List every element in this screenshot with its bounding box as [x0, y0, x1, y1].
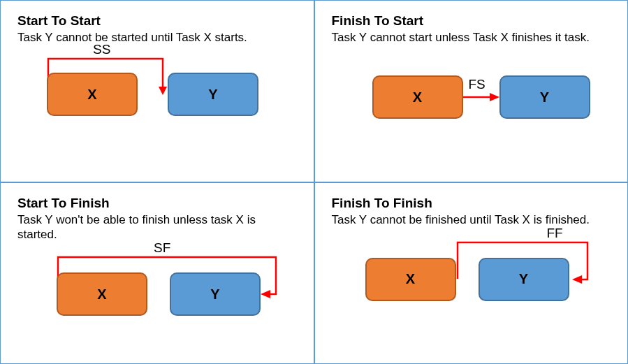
- task-x-label: X: [97, 286, 106, 303]
- task-x-box: X: [57, 272, 147, 316]
- panel-title: Start To Finish: [17, 196, 297, 211]
- svg-marker-0: [159, 87, 167, 95]
- task-x-box: X: [365, 258, 456, 301]
- panel-desc: Task Y cannot be finished until Task X i…: [332, 212, 611, 227]
- task-x-box: X: [47, 73, 138, 116]
- panel-desc: Task Y cannot start unless Task X finish…: [332, 30, 611, 45]
- diagram-fs: X Y FS: [332, 53, 611, 151]
- panel-desc: Task Y cannot be started until Task X st…: [17, 30, 297, 45]
- arrow-label-sf: SF: [154, 240, 170, 256]
- task-x-box: X: [372, 75, 463, 119]
- svg-marker-2: [261, 290, 270, 298]
- task-x-label: X: [87, 87, 96, 103]
- task-x-label: X: [413, 89, 422, 105]
- panel-title: Start To Start: [17, 13, 297, 29]
- task-y-box: Y: [479, 258, 569, 301]
- panel-title: Finish To Start: [332, 13, 611, 29]
- arrow-label-ff: FF: [547, 226, 563, 241]
- diagram-ss: SS X Y: [17, 53, 297, 151]
- panel-title: Finish To Finish: [332, 196, 611, 211]
- svg-marker-3: [572, 275, 582, 284]
- diagram-ff: FF X Y: [332, 235, 611, 333]
- panel-finish-to-start: Finish To Start Task Y cannot start unle…: [314, 0, 629, 182]
- svg-marker-1: [490, 93, 499, 101]
- task-y-box: Y: [499, 75, 590, 119]
- task-x-label: X: [406, 271, 415, 287]
- dependency-grid: Start To Start Task Y cannot be started …: [0, 0, 628, 364]
- task-y-label: Y: [519, 271, 528, 287]
- task-y-label: Y: [540, 89, 549, 105]
- task-y-box: Y: [170, 272, 261, 316]
- task-y-label: Y: [208, 87, 217, 103]
- panel-start-to-finish: Start To Finish Task Y won't be able to …: [0, 182, 314, 365]
- panel-start-to-start: Start To Start Task Y cannot be started …: [0, 0, 314, 182]
- task-y-box: Y: [168, 73, 258, 116]
- arrow-label-ss: SS: [93, 42, 110, 57]
- panel-finish-to-finish: Finish To Finish Task Y cannot be finish…: [314, 182, 629, 365]
- diagram-sf: SF X Y: [17, 250, 297, 348]
- task-y-label: Y: [210, 286, 219, 303]
- panel-desc: Task Y won't be able to finish unless ta…: [17, 212, 297, 242]
- arrow-label-fs: FS: [469, 77, 485, 92]
